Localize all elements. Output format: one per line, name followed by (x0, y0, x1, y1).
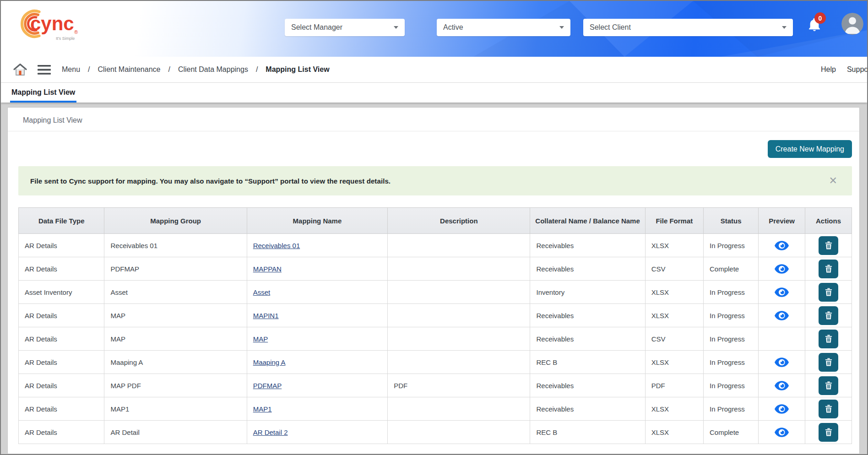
trash-icon (825, 335, 832, 343)
column-header: Actions (805, 208, 852, 234)
cell-collateral-name: REC B (530, 421, 645, 444)
preview-eye-icon[interactable] (775, 311, 789, 320)
delete-button[interactable] (819, 400, 838, 418)
delete-button[interactable] (819, 353, 838, 372)
breadcrumb-client-data-mappings[interactable]: Client Data Mappings (178, 65, 248, 74)
cell-preview (759, 351, 805, 374)
cell-status: In Progress (704, 281, 759, 304)
cell-mapping-group: Maaping A (104, 351, 247, 374)
preview-eye-icon[interactable] (775, 241, 789, 250)
cell-mapping-group: MAP PDF (104, 374, 247, 397)
select-manager-dropdown[interactable]: Select Manager (285, 19, 405, 36)
cell-description (388, 327, 530, 351)
delete-button[interactable] (819, 330, 838, 348)
cell-status: Complete (704, 257, 759, 281)
mapping-name-link[interactable]: Maaping A (253, 358, 286, 366)
breadcrumb-current-page: Mapping List View (266, 65, 329, 74)
delete-button[interactable] (819, 423, 838, 442)
table-row: AR Details PDFMAP MAPPAN Receivables CSV… (19, 257, 852, 281)
column-header: Data File Type (19, 208, 104, 234)
breadcrumb-menu[interactable]: Menu (62, 65, 80, 74)
cell-description: PDF (388, 374, 530, 397)
trash-icon (825, 358, 832, 366)
breadcrumb-separator: / (88, 65, 90, 74)
cell-collateral-name: Inventory (530, 281, 645, 304)
cell-collateral-name: Receivables (530, 257, 645, 281)
cell-description (388, 304, 530, 327)
mapping-name-link[interactable]: PDFMAP (253, 382, 282, 390)
help-link[interactable]: Help (821, 65, 836, 74)
cell-status: In Progress (704, 374, 759, 397)
cell-collateral-name: Receivables (530, 374, 645, 397)
preview-eye-icon[interactable] (775, 358, 789, 367)
cell-mapping-name: Asset (247, 281, 388, 304)
trash-icon (825, 241, 832, 249)
mapping-name-link[interactable]: MAP1 (253, 405, 272, 413)
cell-status: In Progress (704, 304, 759, 327)
cell-status: Complete (704, 421, 759, 444)
cell-file-format: XLSX (645, 304, 703, 327)
table-row: AR Details Receivables 01 Receivables 01… (19, 234, 852, 257)
mapping-name-link[interactable]: AR Detail 2 (253, 428, 288, 436)
cell-file-format: CSV (645, 257, 703, 281)
preview-eye-icon[interactable] (775, 287, 789, 297)
cell-collateral-name: Receivables (530, 327, 645, 351)
cell-description (388, 421, 530, 444)
cell-mapping-name: Maaping A (247, 351, 388, 374)
user-avatar[interactable] (841, 13, 863, 35)
preview-eye-icon[interactable] (775, 404, 789, 414)
delete-button[interactable] (819, 260, 838, 278)
menu-toggle-button[interactable] (38, 65, 51, 75)
delete-button[interactable] (819, 283, 838, 302)
cell-data-file-type: AR Details (19, 304, 104, 327)
alert-close-icon[interactable]: ✕ (826, 175, 840, 187)
cell-actions (805, 304, 852, 327)
cell-mapping-name: MAP (247, 327, 388, 351)
page-content: Mapping List View Create New Mapping Fil… (1, 103, 867, 454)
preview-eye-icon[interactable] (775, 428, 789, 437)
cell-actions (805, 351, 852, 374)
mapping-name-link[interactable]: Asset (253, 288, 271, 296)
preview-eye-icon[interactable] (775, 381, 789, 390)
notifications-bell-button[interactable]: 0 (807, 16, 827, 37)
trash-icon (825, 428, 832, 436)
column-header: File Format (645, 208, 703, 234)
breadcrumb-separator: / (168, 65, 170, 74)
chevron-down-icon (394, 26, 398, 29)
breadcrumb-client-maintenance[interactable]: Client Maintenance (98, 65, 160, 74)
cell-actions (805, 234, 852, 257)
cell-data-file-type: AR Details (19, 374, 104, 397)
mapping-name-link[interactable]: MAPIN1 (253, 312, 279, 320)
tab-mapping-list-view[interactable]: Mapping List View (10, 88, 76, 103)
status-dropdown-value: Active (443, 23, 463, 32)
table-row: Asset Inventory Asset Asset Inventory XL… (19, 281, 852, 304)
table-row: AR Details Maaping A Maaping A REC B XLS… (19, 351, 852, 374)
trash-icon (825, 381, 832, 390)
cell-mapping-group: Asset (104, 281, 247, 304)
create-new-mapping-button[interactable]: Create New Mapping (768, 140, 852, 158)
cell-mapping-group: PDFMAP (104, 257, 247, 281)
delete-button[interactable] (819, 306, 838, 325)
home-button[interactable] (13, 63, 27, 77)
support-link[interactable]: Support (847, 65, 867, 74)
column-header: Preview (759, 208, 805, 234)
delete-button[interactable] (819, 376, 838, 395)
mapping-name-link[interactable]: MAPPAN (253, 265, 282, 273)
trash-icon (825, 265, 832, 273)
cell-mapping-group: Receivables 01 (104, 234, 247, 257)
breadcrumb-separator: / (256, 65, 258, 74)
person-icon (841, 13, 863, 35)
status-dropdown[interactable]: Active (437, 19, 570, 36)
table-row: AR Details MAP PDF PDFMAP PDF Receivable… (19, 374, 852, 397)
select-client-dropdown[interactable]: Select Client (583, 19, 793, 36)
success-alert: File sent to Cync support for mapping. Y… (18, 166, 852, 195)
delete-button[interactable] (819, 236, 838, 255)
logo-tagline: It's Simple (56, 36, 75, 41)
mapping-name-link[interactable]: MAP (253, 335, 268, 343)
logo-text: cync (30, 13, 74, 34)
logo-registered-mark: ® (74, 29, 78, 35)
cell-mapping-name: MAPIN1 (247, 304, 388, 327)
mapping-name-link[interactable]: Receivables 01 (253, 242, 300, 249)
preview-eye-icon[interactable] (775, 264, 789, 274)
table-row: AR Details MAP MAP Receivables CSV In Pr… (19, 327, 852, 351)
